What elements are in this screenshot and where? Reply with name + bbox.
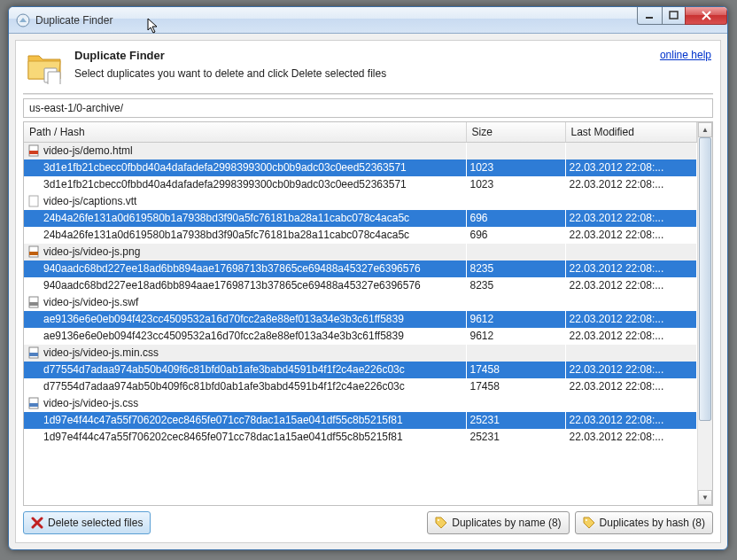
file-icon <box>27 296 40 308</box>
date-cell: 22.03.2012 22:08:... <box>565 378 697 395</box>
col-path[interactable]: Path / Hash <box>24 122 466 143</box>
date-cell: 22.03.2012 22:08:... <box>565 227 697 244</box>
header-title: Duplicate Finder <box>74 49 386 62</box>
file-icon <box>27 144 40 157</box>
delete-icon <box>31 517 43 529</box>
size-cell: 25231 <box>466 412 565 429</box>
table-row[interactable]: video-js/video-js.swf <box>24 294 697 311</box>
header: Duplicate Finder Select duplicates you w… <box>23 47 713 91</box>
scroll-up-icon[interactable]: ▲ <box>698 122 712 137</box>
hash-cell: d77554d7adaa974ab50b409f6c81bfd0ab1afe3b… <box>24 362 466 378</box>
tag-icon <box>583 517 595 529</box>
path-bar[interactable]: us-east-1/0-archive/ <box>23 98 713 118</box>
hash-cell: 1d97e4f44c47a55f706202cec8465fe071cc78da… <box>24 429 466 446</box>
hash-cell: 3d1e1fb21cbecc0fbbd40a4dafadefa299839930… <box>24 159 466 176</box>
svg-rect-13 <box>29 353 38 356</box>
file-path: video-js/video-js.min.css <box>43 346 159 359</box>
date-cell: 22.03.2012 22:08:... <box>565 210 697 227</box>
svg-rect-11 <box>29 302 38 306</box>
app-window: Duplicate Finder Duplicate Finder Select… <box>8 6 728 550</box>
tag-icon <box>435 517 447 529</box>
table-row[interactable]: d77554d7adaa974ab50b409f6c81bfd0ab1afe3b… <box>24 362 697 378</box>
svg-rect-4 <box>48 72 60 84</box>
table-row[interactable]: 24b4a26fe131a0d619580b1a7938bd3f90a5fc76… <box>24 227 697 244</box>
table-row[interactable]: d77554d7adaa974ab50b409f6c81bfd0ab1afe3b… <box>24 378 697 395</box>
window-title: Duplicate Finder <box>35 14 112 27</box>
size-cell: 8235 <box>466 261 565 277</box>
minimize-button[interactable] <box>637 7 663 25</box>
table-row[interactable]: video-js/captions.vtt <box>24 193 697 210</box>
table-row[interactable]: 24b4a26fe131a0d619580b1a7938bd3f90a5fc76… <box>24 210 697 227</box>
table-row[interactable]: 940aadc68bd227ee18ad6bb894aae17698713b37… <box>24 261 697 277</box>
titlebar[interactable]: Duplicate Finder <box>9 7 727 34</box>
table-row[interactable]: 3d1e1fb21cbecc0fbbd40a4dafadefa299839930… <box>24 159 697 176</box>
file-path: video-js/video-js.png <box>43 245 140 258</box>
by-name-label: Duplicates by name (8) <box>452 517 561 529</box>
table-row[interactable]: video-js/demo.html <box>24 143 697 159</box>
cursor-icon <box>147 18 163 34</box>
size-cell: 17458 <box>466 378 565 395</box>
table-row[interactable]: 1d97e4f44c47a55f706202cec8465fe071cc78da… <box>24 429 697 446</box>
file-path: video-js/demo.html <box>43 144 133 157</box>
size-cell: 1023 <box>466 159 565 176</box>
col-modified[interactable]: Last Modified <box>565 122 697 143</box>
table-row[interactable]: video-js/video-js.png <box>24 244 697 261</box>
table-row[interactable]: 940aadc68bd227ee18ad6bb894aae17698713b37… <box>24 277 697 294</box>
file-icon <box>27 195 40 207</box>
size-cell: 8235 <box>466 277 565 294</box>
file-icon <box>27 397 40 409</box>
by-hash-label: Duplicates by hash (8) <box>600 517 705 529</box>
file-path: video-js/video-js.css <box>43 397 138 409</box>
date-cell: 22.03.2012 22:08:... <box>565 159 697 176</box>
hash-cell: ae9136e6e0eb094f423cc4509532a16d70fcc2a8… <box>24 311 466 328</box>
date-cell: 22.03.2012 22:08:... <box>565 429 697 446</box>
svg-point-16 <box>438 519 439 521</box>
date-cell: 22.03.2012 22:08:... <box>565 412 697 429</box>
client-area: Duplicate Finder Select duplicates you w… <box>15 40 721 543</box>
size-cell: 696 <box>466 227 565 244</box>
table-row[interactable]: ae9136e6e0eb094f423cc4509532a16d70fcc2a8… <box>24 328 697 345</box>
table-row[interactable]: 3d1e1fb21cbecc0fbbd40a4dafadefa299839930… <box>24 176 697 193</box>
size-cell: 9612 <box>466 311 565 328</box>
table-row[interactable]: ae9136e6e0eb094f423cc4509532a16d70fcc2a8… <box>24 311 697 328</box>
scroll-down-icon[interactable]: ▼ <box>698 490 712 505</box>
results-grid: Path / Hash Size Last Modified video-js/… <box>23 121 713 506</box>
date-cell: 22.03.2012 22:08:... <box>565 328 697 345</box>
svg-rect-9 <box>29 252 38 255</box>
date-cell: 22.03.2012 22:08:... <box>565 277 697 294</box>
duplicates-by-name-button[interactable]: Duplicates by name (8) <box>427 511 569 534</box>
size-cell: 17458 <box>466 362 565 378</box>
size-cell: 1023 <box>466 176 565 193</box>
hash-cell: 940aadc68bd227ee18ad6bb894aae17698713b37… <box>24 261 466 277</box>
table-row[interactable]: 1d97e4f44c47a55f706202cec8465fe071cc78da… <box>24 412 697 429</box>
column-headers: Path / Hash Size Last Modified <box>24 122 697 143</box>
size-cell: 25231 <box>466 429 565 446</box>
hash-cell: 3d1e1fb21cbecc0fbbd40a4dafadefa299839930… <box>24 176 466 193</box>
file-path: video-js/captions.vtt <box>43 195 136 207</box>
app-icon <box>16 13 30 27</box>
col-size[interactable]: Size <box>466 122 565 143</box>
file-icon <box>27 346 40 359</box>
table-row[interactable]: video-js/video-js.css <box>24 395 697 412</box>
date-cell: 22.03.2012 22:08:... <box>565 261 697 277</box>
close-button[interactable] <box>685 7 727 25</box>
svg-rect-2 <box>670 12 678 19</box>
footer: Delete selected files Duplicates by name… <box>23 511 713 534</box>
online-help-link[interactable]: online help <box>660 49 711 61</box>
hash-cell: 1d97e4f44c47a55f706202cec8465fe071cc78da… <box>24 412 466 429</box>
date-cell: 22.03.2012 22:08:... <box>565 176 697 193</box>
hash-cell: 940aadc68bd227ee18ad6bb894aae17698713b37… <box>24 277 466 294</box>
maximize-button[interactable] <box>662 7 686 25</box>
date-cell: 22.03.2012 22:08:... <box>565 311 697 328</box>
scroll-thumb[interactable] <box>699 137 711 421</box>
svg-rect-7 <box>29 196 38 206</box>
hash-cell: 24b4a26fe131a0d619580b1a7938bd3f90a5fc76… <box>24 227 466 244</box>
file-path: video-js/video-js.swf <box>43 296 138 308</box>
delete-selected-button[interactable]: Delete selected files <box>23 511 151 534</box>
size-cell: 9612 <box>466 328 565 345</box>
svg-rect-1 <box>646 17 653 19</box>
vertical-scrollbar[interactable]: ▲ ▼ <box>697 122 712 505</box>
table-row[interactable]: video-js/video-js.min.css <box>24 345 697 362</box>
size-cell: 696 <box>466 210 565 227</box>
duplicates-by-hash-button[interactable]: Duplicates by hash (8) <box>575 511 713 534</box>
